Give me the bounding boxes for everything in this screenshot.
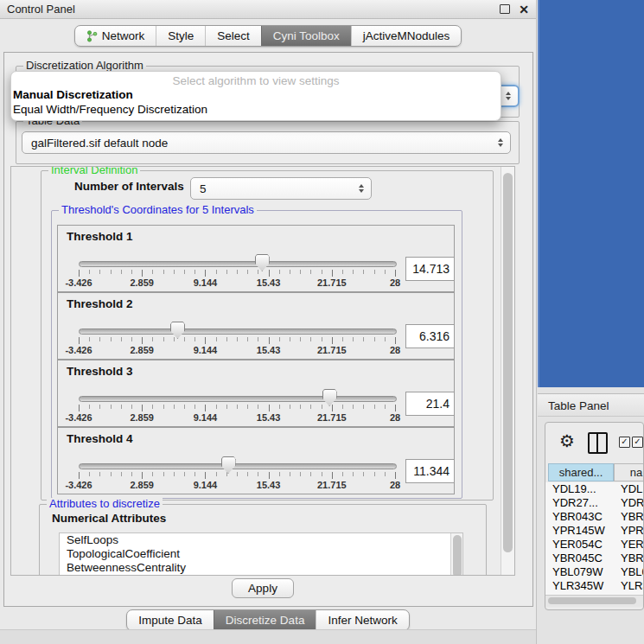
slider-ticks [79,472,395,480]
bottom-tab-infer-network[interactable]: Infer Network [316,610,408,630]
tab-label: Style [168,29,194,42]
group-title: Interval Definition [48,166,140,176]
control-panel: Control Panel ✕ NetworkStyleSelectCyni T… [0,0,536,644]
popup-header: Select algorithm to view settings [11,74,501,87]
table-data-combobox[interactable]: galFiltered.sif default node [22,131,511,154]
algorithm-option-equal-width-frequency-discretization[interactable]: Equal Width/Frequency Discretization [11,102,501,117]
slider-track[interactable] [79,396,397,402]
tab-jactivemnodules[interactable]: jActiveMNodules [351,26,462,46]
split-columns-icon[interactable] [588,432,608,454]
table-row[interactable]: YDR27...YDR2 [545,496,643,510]
table-row[interactable]: YLR345WYLR3 [545,579,643,593]
threshold-panel-3: Threshold 3-3.4262.8599.14415.4321.71528… [57,360,455,427]
algorithm-option-manual-discretization[interactable]: Manual Discretization [11,87,501,102]
slider-track[interactable] [79,328,397,335]
tab-select[interactable]: Select [205,26,261,46]
checkbox-icon[interactable]: ✓ [632,437,643,448]
attribute-item-selfloops[interactable]: SelfLoops [60,533,462,547]
combo-arrows-icon [498,138,503,147]
slider-ticks [79,270,395,277]
tab-label: Infer Network [328,614,397,627]
threshold-label: Threshold 2 [67,297,133,310]
close-icon[interactable]: ✕ [519,3,529,16]
tab-cyni-toolbox[interactable]: Cyni Toolbox [261,26,351,46]
attribute-item-betweennesscentrality[interactable]: BetweennessCentrality [60,561,462,575]
gear-icon[interactable]: ⚙ [559,430,575,452]
slider-track[interactable] [79,261,397,267]
slider-thumb[interactable] [221,456,236,474]
bottom-tab-discretize-data[interactable]: Discretize Data [214,610,316,630]
network-view-frame: GAL80GAGAL11CGAL4GCY1HHAP2 [538,0,644,387]
scale-label: 9.144 [194,345,218,355]
threshold-label: Threshold 4 [67,432,133,445]
table-toolbar: ⚙ ✓ ✓ [545,430,643,456]
scale-label: 15.43 [257,345,281,355]
column-header-shared[interactable]: shared... [548,463,614,481]
bottom-tab-impute-data[interactable]: Impute Data [127,610,214,630]
table-header: shared...na [545,463,643,481]
scale-label: -3.426 [65,412,92,423]
cell-shared-name: YLR345W [552,579,603,592]
scrollbar-thumb[interactable] [548,597,636,604]
number-of-intervals-combobox[interactable]: 5 [190,177,372,200]
scale-label: 2.859 [130,412,154,423]
cell-name: YDR2 [621,496,643,509]
divider [536,0,537,644]
cell-name: YDL1 [621,482,643,495]
cell-shared-name: YDR27... [552,496,598,509]
checkbox-icon[interactable]: ✓ [619,437,630,448]
tab-style[interactable]: Style [156,26,205,46]
column-header-na[interactable]: na [614,463,644,481]
threshold-value-field[interactable]: 21.4 [405,392,455,416]
slider-thumb[interactable] [322,389,337,406]
attribute-item-topologicalcoefficient[interactable]: TopologicalCoefficient [60,547,462,561]
table-row[interactable]: YBL079WYBL0 [545,565,643,579]
table-row[interactable]: YPR145WYPR1 [545,524,643,538]
float-window-icon[interactable] [500,4,510,14]
cyni-toolbox-panel: Discretization Algorithm Select algorith… [3,52,533,607]
scale-label: -3.426 [65,345,92,355]
table-hscrollbar[interactable] [545,595,643,607]
slider-thumb[interactable] [255,254,270,271]
cell-name: YBL0 [621,565,643,578]
cell-shared-name: YBR045C [552,552,603,564]
scale-label: 21.715 [317,345,347,355]
table-row[interactable]: YBR043CYBR0 [545,510,643,524]
cell-shared-name: YPR145W [552,524,605,537]
popup-options: Manual DiscretizationEqual Width/Frequen… [11,87,501,117]
group-title: Attributes to discretize [47,498,163,510]
control-panel-titlebar: Control Panel ✕ [0,0,536,19]
thresholds-group: Threshold's Coordinates for 5 Intervals … [51,210,462,499]
threshold-value-field[interactable]: 14.713 [405,257,455,281]
cell-shared-name: YBL079W [552,565,603,578]
threshold-value-field[interactable]: 6.316 [405,324,455,348]
bottom-tabbar: Impute DataDiscretize DataInfer Network [0,609,536,631]
attributes-list[interactable]: SelfLoopsTopologicalCoefficientBetweenne… [59,532,463,576]
tab-label: Discretize Data [226,614,305,627]
scale-label: 21.715 [317,277,347,288]
cell-shared-name: YBR043C [552,510,603,523]
cell-name: YBR0 [621,510,643,523]
threshold-label: Threshold 1 [67,230,133,243]
tab-network[interactable]: Network [75,26,156,46]
table-row[interactable]: YBR045CYBR0 [545,552,643,565]
slider-scale-labels: -3.4262.8599.14415.4321.71528 [79,277,395,289]
scale-label: 15.43 [257,412,281,423]
table-panel: ⚙ ✓ ✓ shared...na YDL19...YDL1YDR27...YD… [545,422,644,610]
scale-label: 21.715 [317,412,347,423]
settings-scroll-area: Interval Definition Number of Intervals … [10,166,515,576]
threshold-value-field[interactable]: 11.344 [405,459,455,483]
threshold-panel-2: Threshold 2-3.4262.8599.14415.4321.71528… [57,292,455,360]
settings-scrollbar[interactable] [501,167,514,575]
table-row[interactable]: YDL19...YDL1 [545,482,643,496]
apply-button[interactable]: Apply [232,578,294,598]
scale-label: -3.426 [65,277,92,288]
tab-label: Network [102,29,145,42]
scale-label: 28 [390,480,400,490]
numerical-attributes-label: Numerical Attributes [52,512,166,525]
slider-track[interactable] [79,463,397,469]
list-scrollbar[interactable] [450,533,462,576]
table-row[interactable]: YER054CYER0 [545,538,643,552]
slider-thumb[interactable] [170,322,185,339]
cell-shared-name: YDL19... [552,482,596,495]
